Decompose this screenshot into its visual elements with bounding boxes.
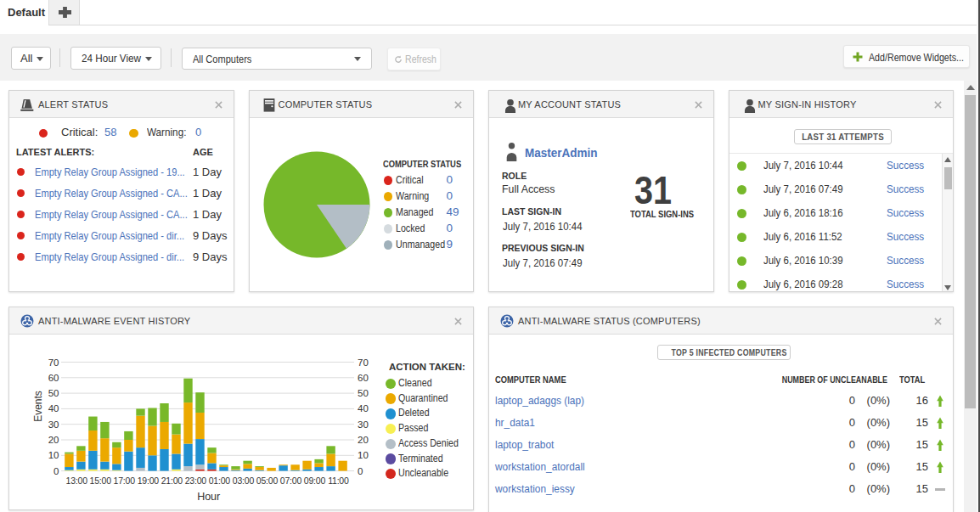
svg-text:40: 40 bbox=[358, 403, 369, 414]
svg-text:10: 10 bbox=[48, 450, 59, 460]
svg-text:30: 30 bbox=[358, 419, 369, 430]
svg-text:19:00: 19:00 bbox=[138, 475, 160, 486]
svg-text:21:00: 21:00 bbox=[161, 475, 183, 486]
svg-text:Events: Events bbox=[32, 391, 44, 422]
svg-text:10: 10 bbox=[358, 450, 369, 460]
svg-text:11:00: 11:00 bbox=[328, 475, 349, 486]
svg-text:60: 60 bbox=[358, 373, 369, 383]
svg-text:50: 50 bbox=[48, 388, 59, 398]
svg-text:30: 30 bbox=[48, 419, 59, 430]
svg-text:01:00: 01:00 bbox=[209, 475, 231, 486]
svg-text:17:00: 17:00 bbox=[114, 475, 136, 486]
svg-text:09:00: 09:00 bbox=[304, 475, 326, 486]
svg-text:20: 20 bbox=[48, 435, 59, 445]
svg-text:15:00: 15:00 bbox=[90, 475, 112, 486]
svg-text:23:00: 23:00 bbox=[185, 475, 207, 486]
svg-text:13:00: 13:00 bbox=[66, 475, 88, 486]
svg-text:70: 70 bbox=[358, 357, 369, 368]
svg-text:07:00: 07:00 bbox=[280, 475, 302, 486]
svg-text:60: 60 bbox=[48, 373, 59, 383]
svg-text:50: 50 bbox=[358, 388, 369, 398]
svg-text:03:00: 03:00 bbox=[233, 475, 255, 486]
svg-text:Hour: Hour bbox=[197, 491, 220, 503]
svg-text:20: 20 bbox=[358, 435, 369, 445]
svg-text:70: 70 bbox=[48, 357, 59, 368]
svg-text:05:00: 05:00 bbox=[256, 475, 279, 486]
svg-text:0: 0 bbox=[54, 466, 59, 476]
svg-text:40: 40 bbox=[48, 403, 59, 414]
svg-text:0: 0 bbox=[358, 466, 363, 476]
